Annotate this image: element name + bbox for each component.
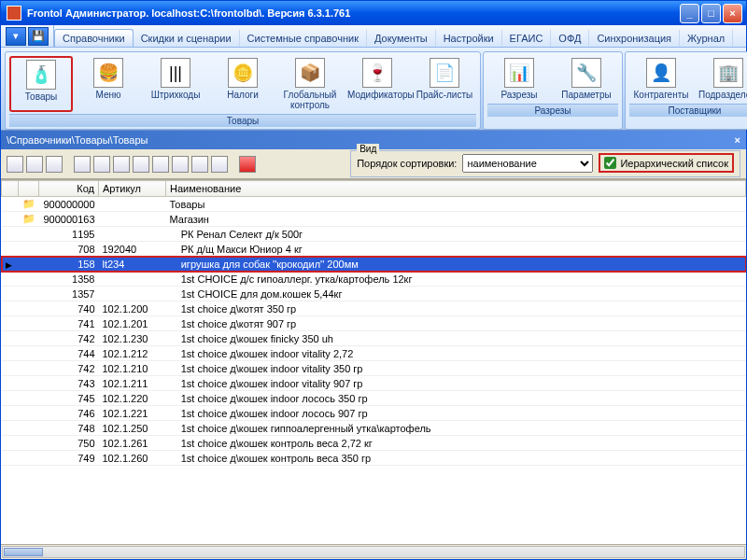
table-row[interactable]: 708192040 РК д/щ Макси Юниор 4 кг (2, 242, 746, 257)
cell-article: lt234 (99, 257, 166, 272)
tool-btn-11[interactable] (211, 156, 228, 173)
tab-1[interactable]: Скидки и сценарии (134, 30, 240, 47)
cell-article: 102.1.212 (99, 346, 166, 361)
ribbon-Контрагенты[interactable]: 👤Контрагенты (629, 56, 693, 102)
table-row[interactable]: 743102.1.211 1st choice д\кошек indoor v… (2, 376, 746, 391)
minimize-button[interactable]: _ (680, 4, 699, 23)
table-row[interactable]: 742102.1.230 1st choice д\кошек finicky … (2, 331, 746, 346)
cell-name: 1st choice д\кошек контроль веса 350 гр (166, 451, 746, 466)
col-name[interactable]: Наименование (166, 181, 746, 197)
col-indicator[interactable] (2, 181, 19, 197)
tab-5[interactable]: ЕГАИС (502, 30, 552, 47)
cell-article (99, 227, 166, 242)
tab-6[interactable]: ОФД (551, 30, 589, 47)
col-article[interactable]: Артикул (99, 181, 166, 197)
cell-article: 192040 (99, 242, 166, 257)
table-row[interactable]: 748102.1.250 1st choice д\кошек гиппоале… (2, 421, 746, 436)
tab-3[interactable]: Документы (367, 30, 436, 47)
cell-name: 1st CHOICE д/с гипоаллерг. утка/картофел… (166, 272, 746, 287)
ribbon: 🧴Товары🍔Меню|||Штрихкоды🪙Налоги📦Глобальн… (1, 48, 746, 131)
hierarchical-checkbox-wrap[interactable]: Иерархический список (599, 153, 734, 173)
titlebar[interactable]: Frontol Администратор. localhost:C:\fron… (1, 1, 746, 25)
breadcrumb-path: \Справочники\Товары\Товары (7, 134, 148, 146)
cell-article (99, 212, 166, 227)
cell-name: 1st choice д\кошек indoor лосось 907 гр (166, 406, 746, 421)
window-title: Frontol Администратор. localhost:C:\fron… (25, 7, 680, 19)
tool-btn-10[interactable] (191, 156, 208, 173)
col-code[interactable]: Код (39, 181, 99, 197)
table-row[interactable]: 📁900000000Товары (2, 197, 746, 212)
cell-article: 102.1.201 (99, 316, 166, 331)
products-table: Код Артикул Наименование 📁900000000Товар… (1, 180, 746, 466)
tool-btn-4[interactable] (74, 156, 91, 173)
cell-code: 749 (39, 451, 99, 466)
table-row[interactable]: 750102.1.261 1st choice д\кошек контроль… (2, 436, 746, 451)
ribbon-Штрихкоды[interactable]: |||Штрихкоды (144, 56, 207, 112)
cell-code: 750 (39, 436, 99, 451)
cell-article: 102.1.200 (99, 301, 166, 316)
table-row[interactable]: ▶158lt234 игрушка для собак ''крокодил''… (2, 257, 746, 272)
cell-name: 1st choice д\кошек контроль веса 2,72 кг (166, 436, 746, 451)
cell-name: 1st choice д\котят 907 гр (166, 316, 746, 331)
ribbon-Параметры[interactable]: 🔧Параметры (555, 56, 618, 102)
table-row[interactable]: 746102.1.221 1st choice д\кошек indoor л… (2, 406, 746, 421)
ribbon-Глобальный контроль[interactable]: 📦Глобальный контроль (278, 56, 342, 112)
hierarchical-checkbox[interactable] (604, 157, 616, 169)
app-icon (7, 6, 21, 21)
tool-btn-9[interactable] (172, 156, 189, 173)
table-row[interactable]: 745102.1.220 1st choice д\кошек indoor л… (2, 391, 746, 406)
tab-2[interactable]: Системные справочник (240, 30, 367, 47)
table-row[interactable]: 741102.1.201 1st choice д\котят 907 гр (2, 316, 746, 331)
cell-article (99, 272, 166, 287)
tab-8[interactable]: Журнал (680, 30, 733, 47)
tab-4[interactable]: Настройки (436, 30, 502, 47)
new-dropdown-button[interactable]: ▾ (6, 27, 26, 46)
table-row[interactable]: 744102.1.212 1st choice д\кошек indoor v… (2, 346, 746, 361)
tool-btn-5[interactable] (93, 156, 110, 173)
sort-select[interactable]: наименование (462, 154, 593, 173)
table-row[interactable]: 749102.1.260 1st choice д\кошек контроль… (2, 451, 746, 466)
table-row[interactable]: 740102.1.200 1st choice д\котят 350 гр (2, 301, 746, 316)
cell-code: 158 (39, 257, 99, 272)
tool-btn-3[interactable] (46, 156, 63, 173)
tool-btn-6[interactable] (113, 156, 130, 173)
cell-code: 741 (39, 316, 99, 331)
ribbon-group-title: Разрезы (487, 104, 618, 117)
cell-code: 1358 (39, 272, 99, 287)
tool-btn-7[interactable] (133, 156, 149, 173)
col-icon[interactable] (19, 181, 39, 197)
ribbon-Товары[interactable]: 🧴Товары (9, 56, 73, 112)
menubar: ▾ 💾 СправочникиСкидки и сценарииСистемны… (1, 25, 746, 48)
scrollbar-bottom[interactable] (1, 544, 746, 559)
tool-btn-1[interactable] (7, 156, 23, 173)
table-row[interactable]: 1195 РК Ренал Селект д/к 500г (2, 227, 746, 242)
save-button[interactable]: 💾 (28, 27, 49, 46)
table-row[interactable]: 742102.1.210 1st choice д\кошек indoor v… (2, 361, 746, 376)
table-row[interactable]: 1357 1st CHOICE для дом.кошек 5,44кг (2, 287, 746, 301)
cell-code: 708 (39, 242, 99, 257)
table-row[interactable]: 📁900000163Магазин (2, 212, 746, 227)
ribbon-Налоги[interactable]: 🪙Налоги (211, 56, 275, 112)
ribbon-icon: 📦 (295, 58, 325, 88)
ribbon-Подразделения[interactable]: 🏢Подразделения (697, 56, 747, 102)
close-panel-icon[interactable]: × (735, 134, 740, 146)
ribbon-icon: 🍔 (93, 58, 123, 88)
cell-article: 102.1.210 (99, 361, 166, 376)
tool-btn-8[interactable] (152, 156, 169, 173)
cell-name: 1st choice д\кошек indoor vitality 907 г… (166, 376, 746, 391)
maximize-button[interactable]: □ (701, 4, 721, 23)
table-row[interactable]: 1358 1st CHOICE д/с гипоаллерг. утка/кар… (2, 272, 746, 287)
ribbon-icon: 🧴 (26, 60, 56, 90)
grid[interactable]: Код Артикул Наименование 📁900000000Товар… (1, 179, 746, 544)
ribbon-Прайс-листы[interactable]: 📄Прайс-листы (413, 56, 476, 112)
ribbon-Меню[interactable]: 🍔Меню (77, 56, 140, 112)
ribbon-Разрезы[interactable]: 📊Разрезы (487, 56, 551, 102)
tool-btn-2[interactable] (26, 156, 43, 173)
cell-name: 1st choice д\кошек indoor vitality 2,72 (166, 346, 746, 361)
cell-article: 102.1.221 (99, 406, 166, 421)
tab-0[interactable]: Справочники (54, 29, 134, 47)
tool-btn-delete[interactable] (239, 156, 256, 173)
tab-7[interactable]: Синхронизация (589, 30, 680, 47)
close-button[interactable]: × (723, 4, 742, 23)
ribbon-Модификаторы[interactable]: 🍷Модификаторы (345, 56, 409, 112)
